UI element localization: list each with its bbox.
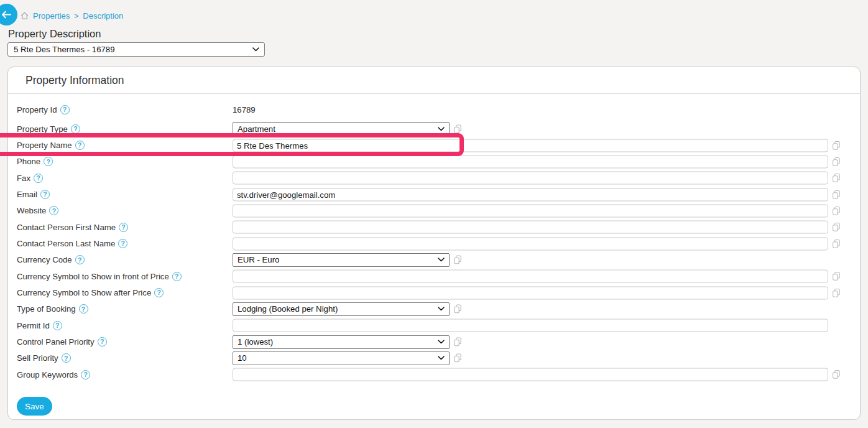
field-control-cell xyxy=(233,368,841,381)
select-currency-code[interactable]: EUR - Euro xyxy=(233,253,450,267)
copy-icon[interactable] xyxy=(832,239,841,248)
field-control-cell xyxy=(233,237,841,250)
question-mark-icon[interactable]: ? xyxy=(119,223,128,232)
field-control-cell: 16789 xyxy=(233,105,256,114)
home-icon[interactable] xyxy=(21,12,29,20)
question-mark-icon[interactable]: ? xyxy=(71,124,80,134)
copy-icon[interactable] xyxy=(832,174,841,183)
copy-icon[interactable] xyxy=(453,255,462,264)
field-label: Currency Symbol to Show in front of Pric… xyxy=(17,272,169,281)
input-contact-person-last-name[interactable] xyxy=(233,237,828,250)
select-type-of-booking[interactable]: Lodging (Booked per Night) xyxy=(233,302,450,316)
field-label: Permit Id xyxy=(17,321,50,330)
question-mark-icon[interactable]: ? xyxy=(49,206,58,215)
copy-icon[interactable] xyxy=(832,141,841,150)
question-mark-icon[interactable]: ? xyxy=(79,304,88,314)
select-sell-priority[interactable]: 10 xyxy=(233,351,450,365)
question-mark-icon[interactable]: ? xyxy=(154,288,164,297)
field-control-cell: Lodging (Booked per Night) xyxy=(233,302,462,316)
form-row-currency-symbol-to-show-in-front-of-price: Currency Symbol to Show in front of Pric… xyxy=(8,268,860,284)
copy-icon[interactable] xyxy=(453,304,462,314)
input-fax[interactable] xyxy=(233,172,828,185)
select-value: Lodging (Booked per Night) xyxy=(238,304,338,314)
question-mark-icon[interactable]: ? xyxy=(98,337,107,347)
breadcrumb-item-description[interactable]: Description xyxy=(83,11,123,21)
copy-icon[interactable] xyxy=(832,370,841,379)
question-mark-icon[interactable]: ? xyxy=(34,174,43,183)
breadcrumb: Properties > Description xyxy=(21,11,123,21)
form-row-sell-priority: Sell Priority?10 xyxy=(8,350,860,366)
field-control-cell xyxy=(233,221,841,234)
input-email[interactable] xyxy=(233,188,828,201)
question-mark-icon[interactable]: ? xyxy=(44,157,53,166)
question-mark-icon[interactable]: ? xyxy=(75,141,85,150)
page: Properties > Description Property Descri… xyxy=(0,0,868,428)
field-label: Control Panel Priority xyxy=(17,337,95,347)
input-contact-person-first-name[interactable] xyxy=(233,221,828,234)
copy-icon[interactable] xyxy=(453,337,462,347)
copy-icon[interactable] xyxy=(832,206,841,215)
form-row-contact-person-last-name: Contact Person Last Name? xyxy=(8,235,860,251)
question-mark-icon[interactable]: ? xyxy=(81,370,90,379)
chevron-down-icon xyxy=(438,356,445,360)
question-mark-icon[interactable]: ? xyxy=(75,255,85,264)
copy-icon[interactable] xyxy=(832,157,841,166)
form-row-phone: Phone? xyxy=(8,154,860,170)
field-label: Contact Person First Name xyxy=(17,223,116,232)
input-permit-id[interactable] xyxy=(233,319,828,332)
select-control-panel-priority[interactable]: 1 (lowest) xyxy=(233,335,450,349)
form-row-control-panel-priority: Control Panel Priority?1 (lowest) xyxy=(8,333,860,350)
field-control-cell xyxy=(233,270,841,283)
select-value: 10 xyxy=(238,353,247,363)
question-mark-icon[interactable]: ? xyxy=(172,272,182,281)
field-control-cell xyxy=(233,188,841,201)
question-mark-icon[interactable]: ? xyxy=(60,105,70,114)
chevron-down-icon xyxy=(438,340,445,344)
input-currency-symbol-to-show-after-price[interactable] xyxy=(233,286,828,299)
chevron-down-icon xyxy=(438,307,445,311)
question-mark-icon[interactable]: ? xyxy=(40,190,50,199)
copy-icon[interactable] xyxy=(832,223,841,232)
question-mark-icon[interactable]: ? xyxy=(53,321,62,330)
copy-icon[interactable] xyxy=(832,190,841,199)
question-mark-icon[interactable]: ? xyxy=(62,353,71,363)
input-property-name[interactable] xyxy=(233,139,828,152)
field-label: Fax xyxy=(17,174,30,183)
breadcrumb-item-properties[interactable]: Properties xyxy=(33,11,70,21)
field-label: Currency Symbol to Show after Price xyxy=(17,288,151,297)
input-group-keywords[interactable] xyxy=(233,368,828,381)
form-row-permit-id: Permit Id? xyxy=(8,317,860,333)
breadcrumb-separator: > xyxy=(74,12,78,21)
select-value: 1 (lowest) xyxy=(238,337,273,347)
input-website[interactable] xyxy=(233,204,828,217)
select-value: Apartment xyxy=(238,124,275,134)
field-control-cell xyxy=(233,319,828,332)
property-selector-value: 5 Rte Des Thermes - 16789 xyxy=(14,45,114,54)
field-control-cell xyxy=(233,155,841,168)
field-label: Property Id xyxy=(17,105,57,114)
copy-icon[interactable] xyxy=(832,288,841,297)
save-button[interactable]: Save xyxy=(17,397,52,416)
form-row-website: Website? xyxy=(8,203,860,219)
question-mark-icon[interactable]: ? xyxy=(118,239,127,248)
property-selector[interactable]: 5 Rte Des Thermes - 16789 xyxy=(7,42,265,57)
form-row-property-name: Property Name? xyxy=(8,137,860,153)
select-property-type[interactable]: Apartment xyxy=(233,122,450,136)
field-control-cell xyxy=(233,172,841,185)
copy-icon[interactable] xyxy=(453,124,462,134)
panel-title: Property Information xyxy=(25,74,124,87)
field-label: Type of Booking xyxy=(17,304,76,314)
field-control-cell: 10 xyxy=(233,351,462,365)
input-currency-symbol-to-show-in-front-of-price[interactable] xyxy=(233,270,828,283)
back-button[interactable] xyxy=(0,4,17,26)
field-label: Group Keywords xyxy=(17,370,78,379)
field-label: Contact Person Last Name xyxy=(17,239,115,248)
copy-icon[interactable] xyxy=(453,353,462,363)
chevron-down-icon xyxy=(438,127,445,131)
copy-icon[interactable] xyxy=(832,272,841,281)
chevron-down-icon xyxy=(252,47,259,52)
field-label-cell: Property Id? xyxy=(17,101,860,118)
input-phone[interactable] xyxy=(233,155,828,168)
field-label: Phone xyxy=(17,157,40,166)
field-control-cell: EUR - Euro xyxy=(233,253,462,267)
